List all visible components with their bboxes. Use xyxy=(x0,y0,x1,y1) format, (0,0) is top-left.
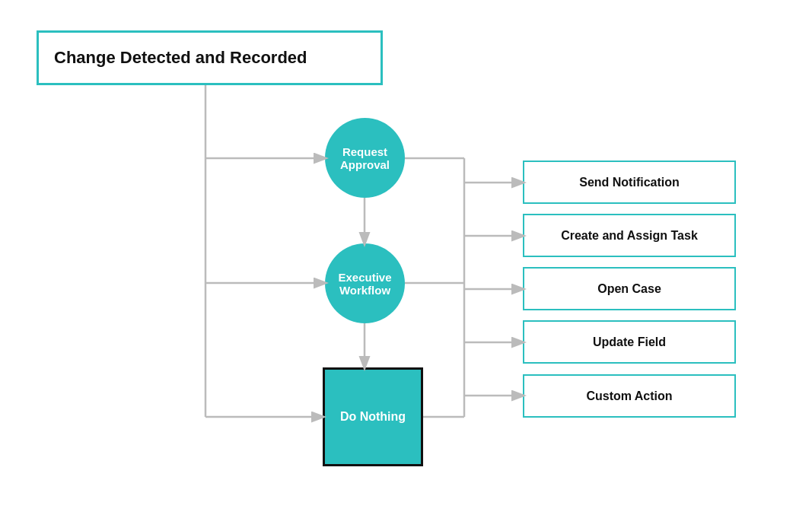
open-case-label: Open Case xyxy=(597,282,661,296)
do-nothing-label: Do Nothing xyxy=(340,410,406,424)
custom-action-box: Custom Action xyxy=(523,374,736,418)
open-case-box: Open Case xyxy=(523,267,736,310)
start-box: Change Detected and Recorded xyxy=(37,30,383,85)
request-approval-node: Request Approval xyxy=(325,118,405,198)
start-box-label: Change Detected and Recorded xyxy=(54,48,307,68)
executive-workflow-label: Executive Workflow xyxy=(338,271,391,297)
executive-workflow-node: Executive Workflow xyxy=(325,243,405,323)
create-assign-task-label: Create and Assign Task xyxy=(561,229,698,243)
send-notification-label: Send Notification xyxy=(579,176,680,189)
update-field-box: Update Field xyxy=(523,320,736,364)
custom-action-label: Custom Action xyxy=(586,389,672,403)
diagram-container: Change Detected and Recorded Request App… xyxy=(0,0,812,515)
request-approval-label: Request Approval xyxy=(340,145,390,171)
update-field-label: Update Field xyxy=(593,335,666,349)
send-notification-box: Send Notification xyxy=(523,161,736,204)
do-nothing-node: Do Nothing xyxy=(323,367,423,466)
create-assign-task-box: Create and Assign Task xyxy=(523,214,736,257)
